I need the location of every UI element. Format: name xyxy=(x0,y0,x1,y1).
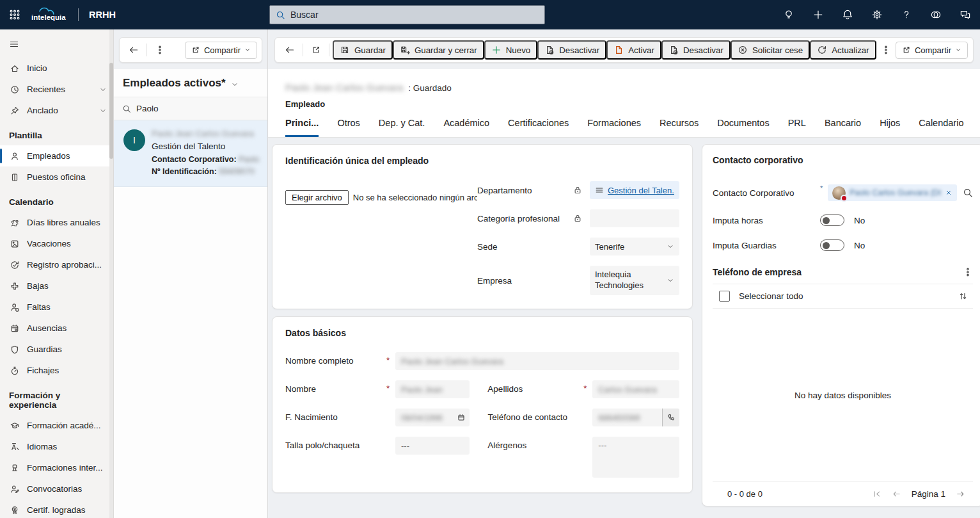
lightbulb-icon[interactable] xyxy=(774,0,803,29)
open-in-new-window-icon[interactable] xyxy=(306,40,326,60)
sidebar-item-ausencias[interactable]: Ausencias xyxy=(0,318,113,339)
list-panel-body: Empleados activos* I Paolo Jean Carlos G… xyxy=(114,69,267,518)
sidebar-collapse-hamburger-icon[interactable] xyxy=(2,32,26,56)
help-icon[interactable] xyxy=(892,0,921,29)
tab-principal[interactable]: Princi... xyxy=(285,118,319,137)
sidebar-item-convocatorias[interactable]: Convocatorias xyxy=(0,478,113,499)
sidebar-item-formacion-academica[interactable]: Formación acadé... xyxy=(0,415,113,436)
calendar-icon[interactable] xyxy=(457,413,466,422)
section-contacto-corporativo: Contacto corporativo Contacto Corporativ… xyxy=(702,144,980,506)
tab-recursos[interactable]: Recursos xyxy=(660,118,699,137)
deactivate-button[interactable]: Desactivar xyxy=(537,40,606,60)
sidebar-item-bajas[interactable]: Bajas xyxy=(0,275,113,296)
field-imputa-guardias: Imputa Guardias No xyxy=(713,239,973,251)
categoria-field[interactable] xyxy=(590,209,679,227)
back-button[interactable] xyxy=(124,40,143,60)
sidebar-item-faltas[interactable]: Faltas xyxy=(0,296,113,318)
sidebar-item-anclado[interactable]: Anclado xyxy=(0,100,113,121)
sidebar-item-inicio[interactable]: Inicio xyxy=(0,58,113,79)
sort-icon[interactable] xyxy=(958,291,968,301)
departamento-lookup-field[interactable]: Gestión del Talen... xyxy=(590,181,679,199)
departamento-link[interactable]: Gestión del Talen... xyxy=(608,186,674,195)
lookup-search-icon[interactable] xyxy=(963,188,973,198)
sidebar-item-idiomas[interactable]: Idiomas xyxy=(0,436,113,457)
activate-button[interactable]: Activar xyxy=(606,40,661,60)
refresh-button[interactable]: Actualizar xyxy=(810,40,876,60)
sede-dropdown[interactable]: Tenerife xyxy=(590,238,679,255)
tab-calendario[interactable]: Calendario xyxy=(919,118,963,137)
more-commands-icon[interactable] xyxy=(150,40,170,60)
share-button[interactable]: Compartir xyxy=(185,42,257,59)
imputa-guardias-toggle[interactable] xyxy=(820,239,844,251)
first-page-icon[interactable] xyxy=(872,489,881,499)
share-button[interactable]: Compartir xyxy=(896,42,968,59)
sidebar-item-fichajes[interactable]: Fichajes xyxy=(0,360,113,381)
sidebar-item-vacaciones[interactable]: Vacaciones xyxy=(0,233,113,254)
new-button[interactable]: Nuevo xyxy=(484,40,538,60)
sidebar-item-formaciones-internas[interactable]: Formaciones inter... xyxy=(0,457,113,478)
chevron-down-icon[interactable] xyxy=(99,107,107,115)
phone-call-button[interactable] xyxy=(662,409,679,426)
sidebar-group-title: Plantilla xyxy=(0,121,113,145)
sidebar-scrollbar[interactable] xyxy=(109,29,113,518)
tab-prl[interactable]: PRL xyxy=(788,118,806,137)
add-icon[interactable] xyxy=(803,0,833,29)
sidebar-item-dias-libres[interactable]: Días libres anuales xyxy=(0,212,113,233)
chevron-down-icon[interactable] xyxy=(99,86,107,93)
nombre-field[interactable]: Paolo Jean xyxy=(395,380,470,398)
tab-otros[interactable]: Otros xyxy=(337,118,360,137)
tab-hijos[interactable]: Hijos xyxy=(880,118,900,137)
select-all-checkbox[interactable] xyxy=(719,291,730,302)
office-booth-icon xyxy=(10,172,20,182)
tab-certificaciones[interactable]: Certificaciones xyxy=(508,118,569,137)
tab-documentos[interactable]: Documentos xyxy=(717,118,769,137)
sidebar-item-certificaciones-logradas[interactable]: Certif. logradas xyxy=(0,499,113,518)
save-and-close-button[interactable]: Guardar y cerrar xyxy=(393,40,484,60)
nombre-completo-field[interactable]: Paolo Jean Carlos Guevara xyxy=(395,352,679,370)
clear-x-icon[interactable] xyxy=(945,189,952,197)
tab-formaciones[interactable]: Formaciones xyxy=(587,118,641,137)
talla-field[interactable]: --- xyxy=(395,437,470,455)
sidebar-item-recientes[interactable]: Recientes xyxy=(0,79,113,100)
settings-gear-icon[interactable] xyxy=(862,0,892,29)
field-label: Apellidos xyxy=(487,380,583,394)
more-commands-icon[interactable] xyxy=(963,267,973,277)
bell-icon[interactable] xyxy=(833,0,862,29)
tab-academico[interactable]: Académico xyxy=(443,118,489,137)
feedback-chat-icon[interactable] xyxy=(951,0,980,29)
next-page-icon[interactable] xyxy=(956,489,965,499)
list-search-box[interactable] xyxy=(114,97,267,120)
alergenos-field[interactable]: --- xyxy=(592,437,679,478)
tab-dep-y-cat[interactable]: Dep. y Cat. xyxy=(379,118,425,137)
view-selector[interactable]: Empleados activos* xyxy=(114,69,267,97)
nacimiento-date-field[interactable]: 08/04/1996 xyxy=(395,409,470,426)
more-commands-icon[interactable] xyxy=(876,40,896,60)
app-launcher-waffle-icon[interactable] xyxy=(0,0,29,29)
deactivate-button-2[interactable]: Desactivar xyxy=(661,40,731,60)
sidebar-item-puestos-oficina[interactable]: Puestos oficina xyxy=(0,166,113,188)
request-termination-button[interactable]: Solicitar cese xyxy=(731,40,810,60)
app-name[interactable]: RRHH xyxy=(80,10,125,20)
contacto-lookup-pill[interactable]: Paolo Carlos Guevara (Dto... xyxy=(828,184,957,201)
sidebar-item-registro-aprobaciones[interactable]: Registro aprobaci... xyxy=(0,254,113,275)
sidebar-item-empleados[interactable]: Empleados xyxy=(0,145,113,166)
choose-file-button[interactable]: Elegir archivo xyxy=(285,190,349,205)
imputa-horas-toggle[interactable] xyxy=(820,214,844,226)
sidebar-item-label: Formaciones inter... xyxy=(27,463,103,473)
dynamics-icon[interactable] xyxy=(921,0,951,29)
tab-bancario[interactable]: Bancario xyxy=(825,118,861,137)
telefono-field[interactable]: 686450089 xyxy=(592,409,679,426)
sidebar-item-guardias[interactable]: Guardias xyxy=(0,339,113,360)
apellidos-field[interactable]: Carlos Guevara xyxy=(592,380,679,398)
record-department: Gestión del Talento xyxy=(152,140,259,154)
record-list-item[interactable]: I Paolo Jean Carlos Guevara Gestión del … xyxy=(114,120,267,187)
previous-page-icon[interactable] xyxy=(892,489,901,499)
sidebar-item-label: Puestos oficina xyxy=(27,172,86,182)
global-search-input[interactable] xyxy=(290,10,539,20)
back-button[interactable] xyxy=(280,40,299,60)
empresa-dropdown[interactable]: Intelequia Technologies xyxy=(590,266,679,295)
save-button[interactable]: Guardar xyxy=(333,40,393,60)
list-search-input[interactable] xyxy=(136,104,232,113)
save-close-icon xyxy=(400,45,410,55)
global-search-box[interactable] xyxy=(269,5,545,24)
